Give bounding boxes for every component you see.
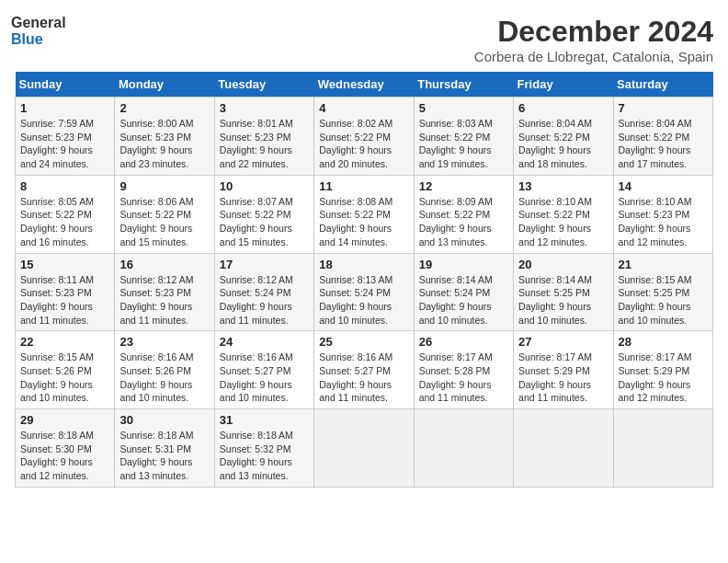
day-number: 29 [20,413,109,427]
calendar-cell [613,409,712,488]
calendar-cell [414,409,513,488]
calendar-week-3: 15Sunrise: 8:11 AM Sunset: 5:23 PM Dayli… [16,253,713,331]
calendar-cell: 18Sunrise: 8:13 AM Sunset: 5:24 PM Dayli… [314,253,414,331]
day-number: 11 [319,179,408,193]
day-detail: Sunrise: 7:59 AM Sunset: 5:23 PM Dayligh… [20,117,109,171]
day-number: 3 [220,101,309,115]
day-number: 30 [119,413,209,427]
day-number: 12 [419,179,508,193]
weekday-header-friday: Friday [514,72,613,98]
header: General Blue December 2024 Corbera de Ll… [15,15,713,64]
day-number: 14 [619,179,708,193]
calendar-cell [314,409,414,488]
calendar-cell: 23Sunrise: 8:16 AM Sunset: 5:26 PM Dayli… [115,331,214,409]
calendar-cell: 25Sunrise: 8:16 AM Sunset: 5:27 PM Dayli… [314,331,414,409]
calendar-cell: 6Sunrise: 8:04 AM Sunset: 5:22 PM Daylig… [514,98,613,176]
day-detail: Sunrise: 8:09 AM Sunset: 5:22 PM Dayligh… [419,195,508,249]
day-number: 20 [518,258,608,271]
calendar-week-4: 22Sunrise: 8:15 AM Sunset: 5:26 PM Dayli… [16,331,713,409]
day-number: 6 [518,101,608,115]
day-number: 5 [419,101,508,115]
day-detail: Sunrise: 8:15 AM Sunset: 5:25 PM Dayligh… [619,273,708,327]
calendar-cell: 2Sunrise: 8:00 AM Sunset: 5:23 PM Daylig… [115,98,214,176]
calendar-cell: 22Sunrise: 8:15 AM Sunset: 5:26 PM Dayli… [16,331,115,409]
calendar-table: SundayMondayTuesdayWednesdayThursdayFrid… [15,72,713,488]
day-detail: Sunrise: 8:07 AM Sunset: 5:22 PM Dayligh… [220,195,309,249]
day-number: 7 [619,101,708,115]
day-detail: Sunrise: 8:13 AM Sunset: 5:24 PM Dayligh… [319,273,408,327]
calendar-cell: 30Sunrise: 8:18 AM Sunset: 5:31 PM Dayli… [115,409,214,488]
day-detail: Sunrise: 8:16 AM Sunset: 5:27 PM Dayligh… [220,350,309,405]
day-detail: Sunrise: 8:02 AM Sunset: 5:22 PM Dayligh… [319,117,408,171]
calendar-cell: 7Sunrise: 8:04 AM Sunset: 5:22 PM Daylig… [613,98,712,176]
day-number: 1 [20,101,109,115]
day-detail: Sunrise: 8:14 AM Sunset: 5:25 PM Dayligh… [518,273,608,327]
day-detail: Sunrise: 8:14 AM Sunset: 5:24 PM Dayligh… [419,273,508,327]
calendar-cell: 12Sunrise: 8:09 AM Sunset: 5:22 PM Dayli… [414,175,513,253]
day-number: 2 [119,101,209,115]
day-number: 24 [220,335,309,349]
day-detail: Sunrise: 8:17 AM Sunset: 5:29 PM Dayligh… [518,350,608,405]
day-number: 22 [20,335,109,349]
weekday-header-sunday: Sunday [16,72,115,98]
calendar-cell: 26Sunrise: 8:17 AM Sunset: 5:28 PM Dayli… [414,331,513,409]
calendar-cell: 16Sunrise: 8:12 AM Sunset: 5:23 PM Dayli… [115,253,214,331]
weekday-header-tuesday: Tuesday [214,72,313,98]
day-detail: Sunrise: 8:16 AM Sunset: 5:27 PM Dayligh… [319,350,408,405]
calendar-cell: 19Sunrise: 8:14 AM Sunset: 5:24 PM Dayli… [414,253,513,331]
day-detail: Sunrise: 8:18 AM Sunset: 5:31 PM Dayligh… [119,429,209,483]
day-detail: Sunrise: 8:11 AM Sunset: 5:23 PM Dayligh… [20,273,109,327]
header-row: SundayMondayTuesdayWednesdayThursdayFrid… [16,72,713,98]
page-subtitle: Corbera de Llobregat, Catalonia, Spain [474,49,713,64]
calendar-cell: 17Sunrise: 8:12 AM Sunset: 5:24 PM Dayli… [214,253,313,331]
calendar-cell: 1Sunrise: 7:59 AM Sunset: 5:23 PM Daylig… [16,98,115,176]
calendar-cell: 9Sunrise: 8:06 AM Sunset: 5:22 PM Daylig… [115,175,214,253]
day-number: 8 [20,179,109,193]
day-detail: Sunrise: 8:04 AM Sunset: 5:22 PM Dayligh… [518,117,608,171]
calendar-week-5: 29Sunrise: 8:18 AM Sunset: 5:30 PM Dayli… [16,409,713,488]
weekday-header-saturday: Saturday [613,72,712,98]
day-number: 4 [319,101,408,115]
day-detail: Sunrise: 8:18 AM Sunset: 5:30 PM Dayligh… [20,429,109,483]
day-detail: Sunrise: 8:12 AM Sunset: 5:23 PM Dayligh… [119,273,209,327]
calendar-cell: 8Sunrise: 8:05 AM Sunset: 5:22 PM Daylig… [16,175,115,253]
calendar-cell: 10Sunrise: 8:07 AM Sunset: 5:22 PM Dayli… [214,175,313,253]
day-detail: Sunrise: 8:00 AM Sunset: 5:23 PM Dayligh… [119,117,209,171]
weekday-header-wednesday: Wednesday [314,72,414,98]
calendar-cell: 4Sunrise: 8:02 AM Sunset: 5:22 PM Daylig… [314,98,414,176]
calendar-cell: 31Sunrise: 8:18 AM Sunset: 5:32 PM Dayli… [214,409,313,488]
day-detail: Sunrise: 8:01 AM Sunset: 5:23 PM Dayligh… [220,117,309,171]
calendar-cell: 24Sunrise: 8:16 AM Sunset: 5:27 PM Dayli… [214,331,313,409]
day-number: 17 [220,258,309,271]
calendar-cell [514,409,613,488]
day-number: 16 [119,258,209,271]
calendar-week-1: 1Sunrise: 7:59 AM Sunset: 5:23 PM Daylig… [16,98,713,176]
day-detail: Sunrise: 8:16 AM Sunset: 5:26 PM Dayligh… [119,350,209,405]
calendar-cell: 27Sunrise: 8:17 AM Sunset: 5:29 PM Dayli… [514,331,613,409]
calendar-cell: 29Sunrise: 8:18 AM Sunset: 5:30 PM Dayli… [16,409,115,488]
day-number: 28 [619,335,708,349]
day-detail: Sunrise: 8:17 AM Sunset: 5:29 PM Dayligh… [619,350,708,405]
day-detail: Sunrise: 8:06 AM Sunset: 5:22 PM Dayligh… [119,195,209,249]
day-number: 9 [119,179,209,193]
day-number: 27 [518,335,608,349]
day-detail: Sunrise: 8:12 AM Sunset: 5:24 PM Dayligh… [220,273,309,327]
day-number: 10 [220,179,309,193]
day-detail: Sunrise: 8:03 AM Sunset: 5:22 PM Dayligh… [419,117,508,171]
day-detail: Sunrise: 8:15 AM Sunset: 5:26 PM Dayligh… [20,350,109,405]
day-number: 21 [619,258,708,271]
calendar-cell: 28Sunrise: 8:17 AM Sunset: 5:29 PM Dayli… [613,331,712,409]
calendar-cell: 21Sunrise: 8:15 AM Sunset: 5:25 PM Dayli… [613,253,712,331]
day-detail: Sunrise: 8:04 AM Sunset: 5:22 PM Dayligh… [619,117,708,171]
day-number: 23 [119,335,209,349]
day-number: 13 [518,179,608,193]
day-number: 25 [319,335,408,349]
calendar-week-2: 8Sunrise: 8:05 AM Sunset: 5:22 PM Daylig… [16,175,713,253]
day-detail: Sunrise: 8:10 AM Sunset: 5:23 PM Dayligh… [619,195,708,249]
weekday-header-monday: Monday [115,72,214,98]
day-detail: Sunrise: 8:18 AM Sunset: 5:32 PM Dayligh… [220,429,309,483]
day-number: 31 [220,413,309,427]
day-detail: Sunrise: 8:17 AM Sunset: 5:28 PM Dayligh… [419,350,508,405]
day-detail: Sunrise: 8:10 AM Sunset: 5:22 PM Dayligh… [518,195,608,249]
calendar-cell: 20Sunrise: 8:14 AM Sunset: 5:25 PM Dayli… [514,253,613,331]
